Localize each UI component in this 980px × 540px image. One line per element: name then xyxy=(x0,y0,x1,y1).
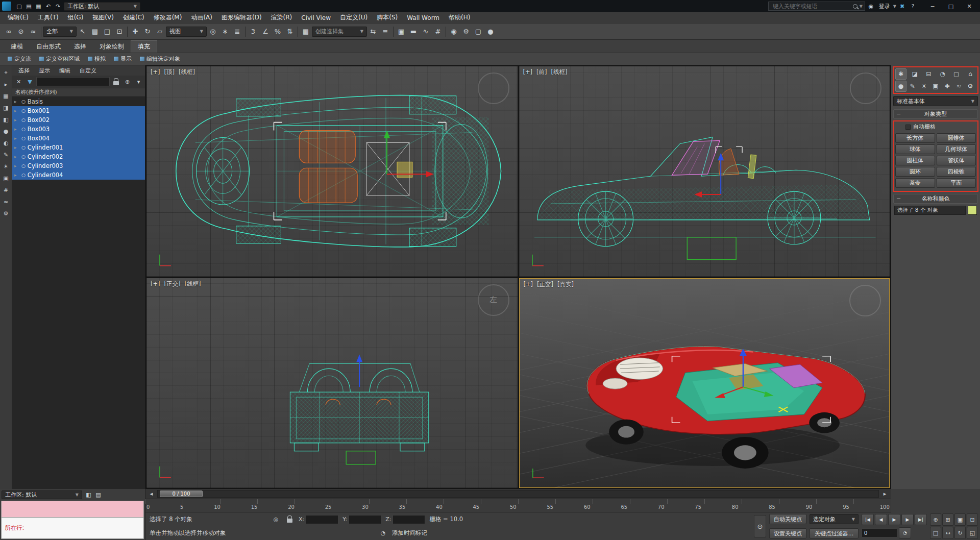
maxscript-macro-recorder[interactable] xyxy=(1,501,144,517)
helpers-category-icon[interactable]: ✚ xyxy=(942,81,953,92)
explorer-menu-item[interactable]: 编辑 xyxy=(55,67,75,75)
object-type-rollout-header[interactable]: − 对象类型 xyxy=(893,109,978,119)
create-tab-icon[interactable]: ✱ xyxy=(895,68,906,80)
expand-caret-icon[interactable]: ▸ xyxy=(14,145,19,150)
clear-search-icon[interactable]: ✕ xyxy=(14,77,23,87)
zoom-extents-icon[interactable]: ▣ xyxy=(954,513,966,526)
primitive-button[interactable]: 长方体 xyxy=(895,133,935,143)
cameras-category-icon[interactable]: ▣ xyxy=(930,81,941,92)
toggle-set-key-button[interactable]: ⊙ xyxy=(754,515,766,537)
menu-item[interactable]: 修改器(M) xyxy=(149,12,187,23)
ribbon-panel-button[interactable]: 定义流 xyxy=(4,54,35,64)
workspace-panel-icon[interactable]: ◧ xyxy=(84,490,93,500)
menu-item[interactable]: 脚本(S) xyxy=(372,12,402,23)
select-object-icon[interactable]: ↖ xyxy=(77,26,89,38)
rectangular-selection-icon[interactable]: □ xyxy=(101,26,113,38)
set-key-button[interactable]: 设置关键点 xyxy=(769,528,806,538)
workspace-layout-icon[interactable]: ▤ xyxy=(93,490,103,500)
menu-item[interactable]: 工具(T) xyxy=(33,12,63,23)
explorer-display-icon[interactable]: ▦ xyxy=(1,91,11,101)
menu-item[interactable]: 编辑(E) xyxy=(3,12,33,23)
lock-icon[interactable] xyxy=(111,77,121,87)
explorer-shape-filter-icon[interactable]: ◧ xyxy=(1,114,11,125)
expand-caret-icon[interactable]: ▸ xyxy=(14,127,19,132)
schematic-view-icon[interactable]: # xyxy=(432,26,444,38)
modify-tab-icon[interactable]: ◪ xyxy=(909,68,920,80)
primitive-button[interactable]: 圆锥体 xyxy=(937,133,976,143)
previous-frame-button[interactable]: ◀ xyxy=(875,514,887,525)
utilities-tab-icon[interactable]: ⌂ xyxy=(965,68,976,80)
spinner-snap-icon[interactable]: ⇅ xyxy=(284,26,296,38)
layer-manager-icon[interactable]: ▣ xyxy=(395,26,407,38)
x-input[interactable] xyxy=(306,515,338,524)
time-configuration-icon[interactable]: ◔ xyxy=(899,527,911,538)
expand-caret-icon[interactable]: ▸ xyxy=(14,117,19,122)
window-crossing-icon[interactable]: ⊡ xyxy=(113,26,126,38)
mirror-icon[interactable]: ⇆ xyxy=(367,26,379,38)
expand-caret-icon[interactable]: ▸ xyxy=(14,173,19,178)
viewcube[interactable]: 左 xyxy=(478,284,509,316)
viewcube[interactable] xyxy=(849,285,881,316)
viewcube-face-label[interactable]: 左 xyxy=(489,295,497,305)
shapes-category-icon[interactable]: ✎ xyxy=(907,81,918,92)
isolate-selection-icon[interactable]: ◎ xyxy=(271,514,281,524)
motion-tab-icon[interactable]: ◔ xyxy=(937,68,948,80)
close-button[interactable]: ✕ xyxy=(961,1,978,12)
zoom-icon[interactable]: ⊕ xyxy=(930,513,941,526)
redo-icon[interactable]: ↷ xyxy=(53,2,63,11)
space-warps-category-icon[interactable]: ≈ xyxy=(953,81,964,92)
viewport-front[interactable]: [+] [前] [线框] xyxy=(519,66,890,277)
selection-filter-dropdown[interactable]: 全部▼ xyxy=(43,27,77,37)
expand-caret-icon[interactable]: ▸ xyxy=(14,154,19,159)
explorer-camera-filter-icon[interactable]: ◐ xyxy=(1,138,11,148)
ribbon-tab[interactable]: 选择 xyxy=(67,41,93,53)
use-center-icon[interactable]: ◎ xyxy=(207,26,219,38)
play-button[interactable]: ▶ xyxy=(888,514,900,525)
menu-item[interactable]: 图形编辑器(D) xyxy=(217,12,266,23)
expand-caret-icon[interactable]: ▸ xyxy=(14,163,19,168)
ribbon-panel-button[interactable]: 定义空闲区域 xyxy=(36,54,83,64)
material-editor-icon[interactable]: ◉ xyxy=(448,26,460,38)
key-filters-button[interactable]: 关键点过滤器... xyxy=(810,528,859,538)
angle-snap-icon[interactable]: ∠ xyxy=(259,26,272,38)
rendered-frame-icon[interactable]: ▢ xyxy=(472,26,484,38)
viewport-shading-mode[interactable]: [线框] xyxy=(179,68,195,76)
go-to-end-button[interactable]: ▶| xyxy=(915,514,927,525)
workspace-dropdown[interactable]: 工作区: 默认▼ xyxy=(64,2,140,11)
explorer-options-icon[interactable]: ▾ xyxy=(134,77,143,87)
primitive-button[interactable]: 圆柱体 xyxy=(895,156,935,165)
viewport-menu-plus[interactable]: [+] xyxy=(524,281,533,288)
menu-item[interactable]: 渲染(R) xyxy=(266,12,297,23)
pan-view-icon[interactable]: ↔ xyxy=(942,527,953,539)
edit-named-selections-icon[interactable]: ▦ xyxy=(300,26,312,38)
curve-editor-icon[interactable]: ∿ xyxy=(420,26,432,38)
viewport-orthographic[interactable]: [+] [正交] [线框] 左 xyxy=(146,278,518,488)
name-color-rollout-header[interactable]: − 名称和颜色 xyxy=(893,194,978,204)
primitive-button[interactable]: 几何球体 xyxy=(937,144,976,154)
explorer-hierarchy-icon[interactable]: ▸ xyxy=(1,79,11,89)
menu-item[interactable]: 视图(V) xyxy=(88,12,118,23)
sort-header[interactable]: 名称(按升序排列) xyxy=(12,88,145,97)
systems-category-icon[interactable]: ⚙ xyxy=(965,81,976,92)
primitive-button[interactable]: 管状体 xyxy=(937,156,976,165)
geometry-category-icon[interactable]: ● xyxy=(895,81,906,92)
new-scene-icon[interactable]: ▢ xyxy=(14,2,24,11)
explorer-settings-icon[interactable]: ⚙ xyxy=(1,208,11,218)
undo-icon[interactable]: ↶ xyxy=(43,2,53,11)
viewport-view-name[interactable]: [前] xyxy=(536,68,547,76)
expand-caret-icon[interactable]: ▸ xyxy=(14,108,19,113)
viewport-menu-plus[interactable]: [+] xyxy=(523,68,533,76)
key-filter-target-dropdown[interactable]: 选定对象▼ xyxy=(810,514,859,524)
align-icon[interactable]: ≡ xyxy=(379,26,391,38)
keyboard-override-icon[interactable]: ≣ xyxy=(231,26,243,38)
expand-caret-icon[interactable]: ▸ xyxy=(14,99,19,104)
time-slider-track[interactable]: 0 / 100 xyxy=(157,490,879,498)
scene-object-row[interactable]: ▸ ○ Box003 xyxy=(12,125,145,134)
ribbon-tab[interactable]: 建模 xyxy=(4,41,30,53)
snap-toggle-icon[interactable]: 3 xyxy=(247,26,259,38)
viewport-shading-mode[interactable]: [真实] xyxy=(557,281,574,288)
auto-key-button[interactable]: 自动关键点 xyxy=(769,514,806,524)
viewport-menu-plus[interactable]: [+] xyxy=(151,280,160,288)
ribbon-tab[interactable]: 对象绘制 xyxy=(93,41,131,53)
autogrid-checkbox[interactable] xyxy=(905,125,911,130)
